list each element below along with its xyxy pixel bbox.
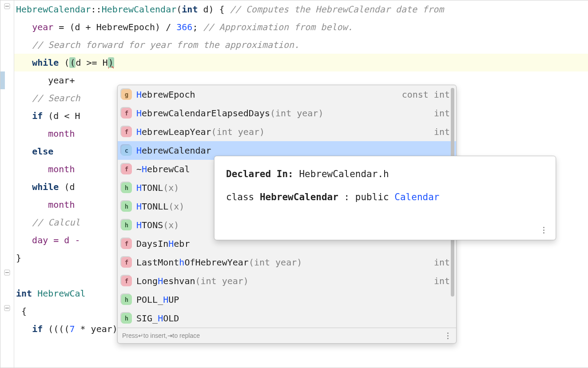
completion-label: LastMonthOfHebrewYear(int year) bbox=[136, 257, 429, 268]
fold-icon[interactable] bbox=[4, 3, 10, 9]
macro-icon: h bbox=[121, 182, 132, 193]
macro-icon: h bbox=[121, 313, 132, 324]
doc-declared-in: Declared In: HebrewCalendar.h bbox=[226, 166, 544, 183]
completion-label: POLL_HUP bbox=[136, 294, 450, 305]
completion-item[interactable]: fHebrewCalendarElapsedDays(int year)int bbox=[118, 104, 456, 123]
code-area[interactable]: HebrewCalendar::HebrewCalendar(int d) { … bbox=[14, 0, 588, 368]
completion-item[interactable]: fLastMonthOfHebrewYear(int year)int bbox=[118, 253, 456, 272]
completion-label: LongHeshvan(int year) bbox=[136, 276, 429, 286]
completion-return-type: int bbox=[434, 127, 450, 137]
completion-return-type: int bbox=[434, 276, 450, 286]
type-link[interactable]: Calendar bbox=[394, 192, 439, 202]
function-icon: f bbox=[121, 108, 132, 119]
hint-text: to insert, bbox=[143, 328, 167, 343]
code-line-active[interactable]: while ((d >= H) bbox=[14, 54, 588, 71]
gutter bbox=[0, 0, 14, 368]
completion-item[interactable]: hSIG_HOLD bbox=[118, 309, 456, 328]
completion-label: HebrewCalendar bbox=[136, 145, 450, 156]
comment: // Approximation from below. bbox=[203, 22, 353, 32]
completion-return-type: const int bbox=[402, 89, 450, 100]
tab-key-icon: ⇥ bbox=[167, 328, 173, 343]
hint-text: Press bbox=[122, 328, 138, 343]
code-editor[interactable]: HebrewCalendar::HebrewCalendar(int d) { … bbox=[0, 0, 588, 368]
enter-key-icon: ↵ bbox=[138, 328, 143, 343]
class-icon: c bbox=[121, 145, 132, 156]
more-options-icon[interactable] bbox=[540, 227, 548, 233]
fold-icon[interactable] bbox=[4, 269, 10, 276]
current-line-marker bbox=[0, 71, 5, 89]
code-line[interactable]: // Search forward for year from the appr… bbox=[14, 36, 588, 54]
comment: // Search forward for year from the appr… bbox=[32, 40, 299, 50]
comment: // Calcul bbox=[16, 217, 80, 228]
hint-text: to replace bbox=[173, 328, 200, 343]
completion-return-type: int bbox=[434, 257, 450, 268]
completion-item[interactable]: fHebrewLeapYear(int year)int bbox=[118, 123, 456, 141]
completion-label: HebrewEpoch bbox=[136, 89, 397, 100]
class-name: HebrewCalendar bbox=[16, 4, 91, 15]
completion-item[interactable]: hPOLL_HUP bbox=[118, 290, 456, 309]
macro-icon: h bbox=[121, 201, 132, 212]
function-icon: f bbox=[121, 276, 132, 286]
completion-item[interactable]: fLongHeshvan(int year)int bbox=[118, 272, 456, 290]
global-icon: g bbox=[121, 89, 132, 100]
code-line[interactable]: HebrewCalendar::HebrewCalendar(int d) { … bbox=[14, 0, 588, 18]
code-line[interactable]: year = (d + HebrewEpoch) / 366; // Appro… bbox=[14, 18, 588, 36]
ctor-name: HebrewCalendar bbox=[102, 4, 177, 15]
completion-footer: Press ↵ to insert, ⇥ to replace bbox=[118, 328, 456, 343]
completion-label: HebrewCalendarElapsedDays(int year) bbox=[136, 108, 429, 119]
doc-declaration: class HebrewCalendar : public Calendar bbox=[226, 189, 544, 206]
function-icon: f bbox=[121, 257, 132, 268]
function-icon: f bbox=[121, 127, 132, 137]
completion-item[interactable]: gHebrewEpochconst int bbox=[118, 85, 456, 104]
macro-icon: h bbox=[121, 220, 132, 230]
completion-return-type: int bbox=[434, 108, 450, 119]
quick-doc-popup: Declared In: HebrewCalendar.h class Hebr… bbox=[214, 156, 556, 240]
comment: // Search bbox=[16, 93, 80, 103]
scope-op: :: bbox=[91, 4, 102, 15]
fold-icon[interactable] bbox=[4, 305, 10, 311]
more-options-icon[interactable] bbox=[444, 332, 452, 339]
completion-label: HebrewLeapYear(int year) bbox=[136, 127, 429, 137]
function-icon: f bbox=[121, 164, 132, 174]
completion-label: SIG_HOLD bbox=[136, 313, 450, 324]
macro-icon: h bbox=[121, 294, 132, 305]
comment: // Computes the HebrewCalendar date from bbox=[230, 4, 444, 15]
function-icon: f bbox=[121, 238, 132, 249]
